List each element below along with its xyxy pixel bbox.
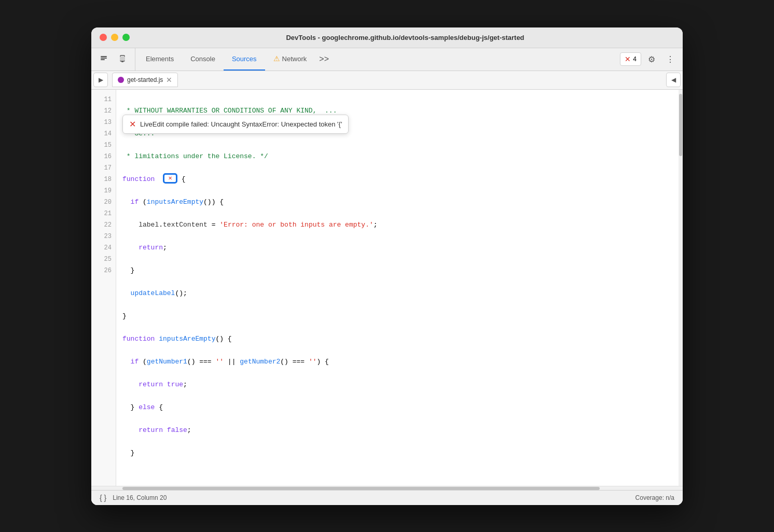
code-area: ✕ LiveEdit compile failed: Uncaught Synt… bbox=[91, 90, 683, 486]
window-title: DevTools - googlechrome.github.io/devtoo… bbox=[136, 34, 674, 41]
line-num-13: 13 bbox=[91, 117, 116, 128]
error-badge[interactable]: ✕ 4 bbox=[620, 52, 641, 66]
device-toolbar-button[interactable] bbox=[114, 51, 131, 67]
code-line-15: if (inputsAreEmpty()) { bbox=[122, 197, 672, 208]
code-line-23: return true; bbox=[122, 379, 672, 390]
line-num-15: 15 bbox=[91, 139, 116, 151]
error-count: 4 bbox=[633, 55, 637, 63]
tab-more[interactable]: >> bbox=[315, 48, 333, 71]
device-icon bbox=[118, 55, 127, 63]
code-line-25: return false; bbox=[122, 425, 672, 436]
line-num-21: 21 bbox=[91, 208, 116, 219]
status-bar: { } Line 16, Column 20 Coverage: n/a bbox=[91, 490, 683, 505]
tab-elements[interactable]: Elements bbox=[137, 48, 182, 71]
code-line-26: } bbox=[122, 447, 672, 459]
sidebar-toggle-left[interactable]: ▶ bbox=[93, 73, 108, 87]
devtools-toolbar: Elements Console Sources ⚠ Network >> ✕ … bbox=[91, 48, 683, 71]
line-num-14: 14 bbox=[91, 128, 116, 139]
traffic-lights bbox=[100, 34, 130, 41]
file-tab-name: get-started.js bbox=[127, 76, 163, 83]
status-left: { } Line 16, Column 20 bbox=[100, 494, 167, 502]
scrollbar-horizontal[interactable] bbox=[91, 486, 683, 490]
line-numbers: 11 12 13 14 15 16 17 18 19 20 21 22 23 2… bbox=[91, 90, 116, 486]
sources-panel: ▶ get-started.js ✕ ◀ ✕ LiveEdit compile … bbox=[91, 71, 683, 505]
line-num-25: 25 bbox=[91, 254, 116, 265]
coverage-status: Coverage: n/a bbox=[635, 494, 674, 501]
code-line-21: function inputsAreEmpty() { bbox=[122, 333, 672, 345]
tab-network[interactable]: ⚠ Network bbox=[265, 48, 315, 71]
svg-rect-0 bbox=[101, 56, 107, 57]
toolbar-right: ✕ 4 ⚙ ⋮ bbox=[620, 48, 679, 71]
line-num-18: 18 bbox=[91, 174, 116, 185]
scrollbar-thumb-vertical[interactable] bbox=[679, 94, 682, 156]
code-line-22: if (getNumber1() === '' || getNumber2() … bbox=[122, 356, 672, 368]
code-line-19: updateLabel(); bbox=[122, 288, 672, 299]
code-line-16: label.textContent = 'Error: one or both … bbox=[122, 219, 672, 231]
close-button[interactable] bbox=[100, 34, 107, 41]
sidebar-toggle-right[interactable]: ◀ bbox=[666, 73, 681, 87]
file-icon bbox=[118, 77, 124, 83]
file-tab-get-started[interactable]: get-started.js ✕ bbox=[112, 73, 178, 87]
line-num-16: 16 bbox=[91, 151, 116, 162]
file-tab-bar: ▶ get-started.js ✕ ◀ bbox=[91, 71, 683, 90]
line-num-17: 17 bbox=[91, 162, 116, 174]
error-tooltip: ✕ LiveEdit compile failed: Uncaught Synt… bbox=[122, 115, 349, 134]
close-file-tab[interactable]: ✕ bbox=[166, 76, 172, 84]
code-line-18: } bbox=[122, 265, 672, 276]
code-line-13: * limitations under the License. */ bbox=[122, 151, 672, 162]
status-right: Coverage: n/a bbox=[635, 494, 674, 501]
svg-rect-5 bbox=[121, 61, 123, 62]
line14-error-indicator: ✕ bbox=[163, 173, 177, 184]
tab-console[interactable]: Console bbox=[182, 48, 224, 71]
line-num-19: 19 bbox=[91, 185, 116, 197]
code-line-20: } bbox=[122, 311, 672, 322]
svg-rect-2 bbox=[101, 59, 105, 60]
minimize-button[interactable] bbox=[111, 34, 118, 41]
title-bar: DevTools - googlechrome.github.io/devtoo… bbox=[91, 27, 683, 48]
line-num-26: 26 bbox=[91, 265, 116, 276]
code-line-14: function ✕ { bbox=[122, 174, 672, 185]
settings-button[interactable]: ⚙ bbox=[643, 51, 660, 67]
tab-bar: Elements Console Sources ⚠ Network >> bbox=[137, 48, 620, 71]
line-num-12: 12 bbox=[91, 105, 116, 117]
code-line-24: } else { bbox=[122, 402, 672, 413]
code-line-17: return; bbox=[122, 242, 672, 254]
error-x-icon: ✕ bbox=[625, 55, 631, 63]
toolbar-icons bbox=[95, 48, 135, 71]
braces-icon: { } bbox=[100, 494, 106, 502]
error-tooltip-message: LiveEdit compile failed: Uncaught Syntax… bbox=[140, 120, 342, 128]
warning-icon: ⚠ bbox=[273, 54, 280, 63]
line-num-20: 20 bbox=[91, 197, 116, 208]
more-button[interactable]: ⋮ bbox=[662, 51, 679, 67]
svg-rect-1 bbox=[101, 58, 107, 59]
line-num-23: 23 bbox=[91, 231, 116, 242]
cursor-position: Line 16, Column 20 bbox=[113, 494, 167, 501]
maximize-button[interactable] bbox=[122, 34, 130, 41]
cursor-icon-button[interactable] bbox=[95, 51, 112, 67]
cursor-icon bbox=[100, 55, 108, 63]
tab-sources[interactable]: Sources bbox=[224, 48, 265, 71]
line-num-22: 22 bbox=[91, 219, 116, 231]
error-tooltip-icon: ✕ bbox=[129, 119, 136, 129]
line-num-24: 24 bbox=[91, 242, 116, 254]
code-content[interactable]: * WITHOUT WARRANTIES OR CONDITIONS OF AN… bbox=[116, 90, 679, 486]
devtools-window: DevTools - googlechrome.github.io/devtoo… bbox=[91, 27, 683, 505]
line-num-11: 11 bbox=[91, 94, 116, 105]
scrollbar-vertical[interactable] bbox=[679, 90, 683, 486]
svg-rect-4 bbox=[120, 57, 125, 61]
